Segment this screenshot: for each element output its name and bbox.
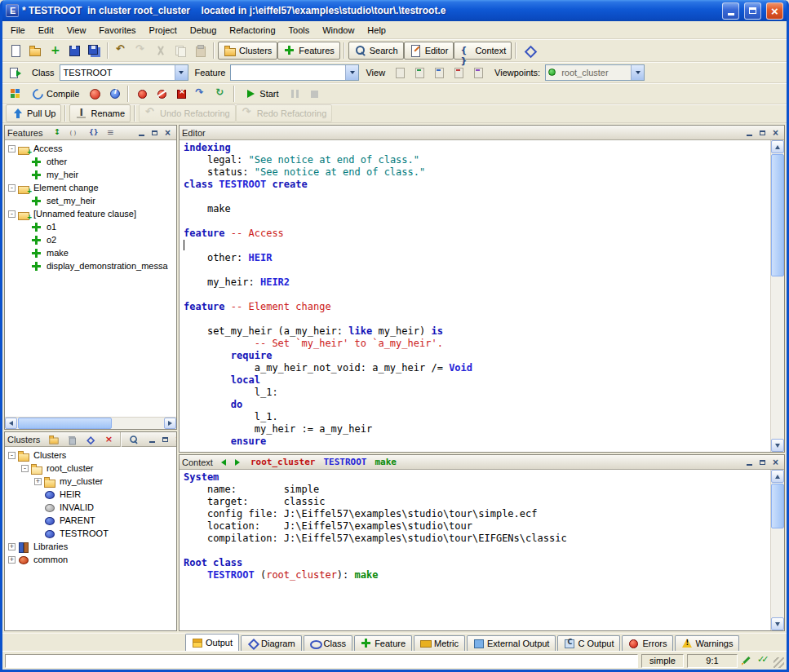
tree-item-parent[interactable]: PARENT <box>5 514 176 527</box>
tree-item-label[interactable]: Clusters <box>33 450 69 460</box>
tree-item-common[interactable]: common <box>5 553 176 566</box>
minimize-button[interactable] <box>722 2 739 20</box>
features-minimize-button[interactable] <box>135 127 148 138</box>
menu-file[interactable]: File <box>4 23 32 38</box>
menu-view[interactable]: View <box>60 23 93 38</box>
expander-minus-icon[interactable] <box>8 184 16 192</box>
tree-item-unnamed-feature-clause[interactable]: [Unnamed feature clause] <box>5 207 176 220</box>
menu-favorites[interactable]: Favorites <box>92 23 142 38</box>
stop-button[interactable] <box>304 85 324 103</box>
tree-item-label[interactable]: display_demonstration_messa <box>47 261 171 271</box>
context-minimize-button[interactable] <box>743 457 756 467</box>
editor-vertical-scrollbar[interactable] <box>770 140 784 452</box>
expander-minus-icon[interactable] <box>8 210 16 218</box>
clusters-close-button[interactable] <box>172 434 177 444</box>
edit-mode-icon[interactable] <box>741 654 754 667</box>
clusters-button[interactable]: Clusters <box>218 42 277 60</box>
pull-up-button[interactable]: Pull Up <box>6 104 61 122</box>
clusters-minimize-button[interactable] <box>146 434 158 444</box>
feature-combobox[interactable] <box>230 64 359 81</box>
tree-item-label[interactable]: set_my_heir <box>47 196 99 206</box>
expander-plus-icon[interactable] <box>34 478 42 485</box>
scroll-right-button[interactable] <box>164 418 176 429</box>
project-info-button[interactable] <box>104 85 124 103</box>
class-combobox[interactable]: TESTROOT <box>60 64 188 81</box>
undo-button[interactable] <box>112 42 131 60</box>
tree-item-my-cluster[interactable]: my_cluster <box>5 475 176 488</box>
features-button[interactable]: Features <box>277 42 339 60</box>
breadcrumb-root_cluster[interactable]: root_cluster <box>250 457 315 467</box>
context-button[interactable]: Context <box>454 42 512 60</box>
tree-item-invalid[interactable]: INVALID <box>5 501 176 514</box>
new-cluster-button[interactable] <box>45 433 63 446</box>
tree-item-label[interactable]: [Unnamed feature clause] <box>33 209 140 219</box>
paste-button[interactable] <box>190 42 210 60</box>
tab-metric[interactable]: Metric <box>414 635 465 651</box>
contract-view-button[interactable] <box>449 64 468 82</box>
tree-item-label[interactable]: o1 <box>47 222 60 232</box>
tab-diagram[interactable]: Diagram <box>241 635 302 651</box>
new-editor-button[interactable] <box>45 42 64 60</box>
tree-item-libraries[interactable]: Libraries <box>5 540 176 553</box>
breadcrumb-TESTROOT[interactable]: TESTROOT <box>323 457 366 467</box>
clickable-view-button[interactable] <box>410 64 429 82</box>
title-bar[interactable]: * TESTROOT in cluster root_cluster locat… <box>2 0 787 21</box>
tree-item-o2[interactable]: o2 <box>5 233 176 246</box>
move-up-button[interactable] <box>81 433 99 446</box>
tree-item-root-cluster[interactable]: root_cluster <box>5 462 176 475</box>
menu-refactoring[interactable]: Refactoring <box>223 23 281 38</box>
tree-item-testroot[interactable]: TESTROOT <box>5 527 176 540</box>
context-vertical-scrollbar[interactable] <box>770 470 784 630</box>
tree-item-label[interactable]: root_cluster <box>47 463 96 473</box>
expander-minus-icon[interactable] <box>8 145 16 153</box>
expander-minus-icon[interactable] <box>21 465 29 472</box>
clusters-maximize-button[interactable] <box>159 434 171 444</box>
project-settings-button[interactable] <box>6 85 25 103</box>
tree-item-label[interactable]: my_heir <box>47 170 82 179</box>
feature-combobox-dropdown[interactable] <box>345 65 358 80</box>
remove-breakpoints-button[interactable] <box>171 85 191 103</box>
context-output-area[interactable]: System name: simple target: classic conf… <box>180 470 784 630</box>
menu-help[interactable]: Help <box>361 23 392 38</box>
expander-plus-icon[interactable] <box>8 543 16 550</box>
scroll-thumb[interactable] <box>18 418 112 429</box>
breadcrumb-make[interactable]: make <box>375 457 397 467</box>
copy-button[interactable] <box>171 42 190 60</box>
tree-item-element-change[interactable]: Element change <box>5 181 176 194</box>
disable-breakpoints-button[interactable] <box>152 85 171 103</box>
scroll-thumb[interactable] <box>771 484 784 528</box>
editor-minimize-button[interactable] <box>743 127 756 138</box>
scroll-up-button[interactable] <box>771 140 784 153</box>
redo-button[interactable] <box>131 42 151 60</box>
menu-tools[interactable]: Tools <box>282 23 317 38</box>
context-back-button[interactable] <box>218 457 230 467</box>
melt-button[interactable] <box>85 85 104 103</box>
cut-button[interactable] <box>151 42 171 60</box>
toggle-braces-button[interactable] <box>83 126 101 139</box>
expander-plus-icon[interactable] <box>8 556 16 564</box>
features-close-button[interactable] <box>162 127 174 138</box>
menu-project[interactable]: Project <box>143 23 184 38</box>
search-button[interactable]: Search <box>348 42 404 60</box>
menu-edit[interactable]: Edit <box>32 23 60 38</box>
tree-item-label[interactable]: common <box>33 555 71 564</box>
features-maximize-button[interactable] <box>148 127 161 138</box>
tree-item-label[interactable]: o2 <box>47 235 60 245</box>
tree-item-label[interactable]: make <box>47 248 72 258</box>
tree-item-display-demonstration-messa[interactable]: display_demonstration_messa <box>5 259 176 272</box>
toggle-signature-button[interactable] <box>65 126 83 139</box>
tab-c-output[interactable]: C Output <box>557 635 620 651</box>
tree-item-clusters[interactable]: Clusters <box>5 449 176 462</box>
tree-item-label[interactable]: Access <box>33 144 65 153</box>
scroll-left-button[interactable] <box>5 418 17 429</box>
tree-item-set-my-heir[interactable]: set_my_heir <box>5 194 176 207</box>
enable-breakpoints-button[interactable] <box>132 85 152 103</box>
toggle-list-button[interactable] <box>101 126 119 139</box>
tab-output[interactable]: Output <box>185 634 239 651</box>
context-close-button[interactable] <box>769 457 782 467</box>
editor-code-area[interactable]: indexing legal: "See notice at end of cl… <box>180 140 784 452</box>
class-combobox-dropdown[interactable] <box>175 65 188 80</box>
close-button[interactable] <box>766 2 783 20</box>
redo-refactoring-button[interactable]: Redo Refactoring <box>236 104 333 122</box>
viewpoints-combobox[interactable]: root_cluster <box>545 64 645 81</box>
